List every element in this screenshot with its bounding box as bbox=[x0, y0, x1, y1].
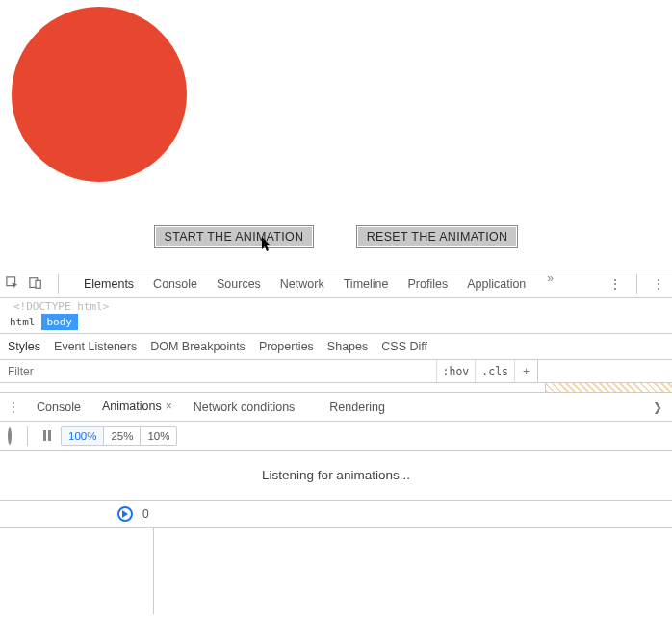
subtab-shapes[interactable]: Shapes bbox=[327, 340, 368, 353]
speed-10[interactable]: 10% bbox=[141, 427, 176, 445]
devtools-toolbar: Elements Console Sources Network Timelin… bbox=[0, 270, 672, 298]
more-tabs-icon[interactable]: » bbox=[547, 271, 554, 296]
timeline-canvas[interactable] bbox=[154, 528, 672, 614]
timeline-sidebar bbox=[0, 528, 154, 614]
drawer-tab-network-conditions[interactable]: Network conditions bbox=[190, 395, 299, 420]
drawer-tab-label: Animations bbox=[102, 399, 162, 413]
separator bbox=[636, 274, 637, 294]
styles-filter-row: :hov .cls + bbox=[0, 360, 672, 383]
button-row: START THE ANIMATION RESET THE ANIMATION bbox=[0, 225, 672, 248]
drawer-tabs: ⋮ Console Animations × Network condition… bbox=[0, 393, 672, 422]
drawer-menu-icon[interactable]: ⋮ bbox=[8, 400, 19, 414]
tab-application[interactable]: Application bbox=[463, 271, 530, 296]
styles-filter-input[interactable] bbox=[0, 365, 436, 378]
styles-subtabs: Styles Event Listeners DOM Breakpoints P… bbox=[0, 334, 672, 360]
play-icon[interactable] bbox=[117, 506, 133, 522]
animations-timeline-header: 0 bbox=[0, 501, 672, 528]
drawer-expand-icon[interactable]: ❯ bbox=[653, 400, 662, 414]
timeline-origin-label: 0 bbox=[142, 507, 149, 521]
box-model-margin-hatch bbox=[545, 383, 672, 392]
animations-status-text: Listening for animations... bbox=[0, 451, 672, 501]
drawer-tab-console[interactable]: Console bbox=[33, 395, 85, 420]
doctype-text: <!DOCTYPE html> bbox=[0, 298, 672, 313]
devtools-tabs: Elements Console Sources Network Timelin… bbox=[80, 271, 554, 296]
kebab-menu-icon[interactable]: ⋮ bbox=[609, 277, 621, 291]
tab-timeline[interactable]: Timeline bbox=[340, 271, 393, 296]
subtab-event-listeners[interactable]: Event Listeners bbox=[54, 340, 137, 353]
device-toolbar-icon[interactable] bbox=[29, 276, 42, 293]
subtab-css-diff[interactable]: CSS Diff bbox=[381, 340, 427, 353]
separator bbox=[27, 426, 28, 446]
animated-circle bbox=[12, 7, 187, 182]
tab-profiles[interactable]: Profiles bbox=[403, 271, 452, 296]
reset-animation-button[interactable]: RESET THE ANIMATION bbox=[356, 225, 519, 248]
page-viewport: START THE ANIMATION RESET THE ANIMATION bbox=[0, 0, 672, 270]
pause-icon[interactable] bbox=[43, 430, 51, 441]
dom-breadcrumb: html body bbox=[0, 313, 672, 334]
crumb-body[interactable]: body bbox=[41, 314, 79, 330]
tab-sources[interactable]: Sources bbox=[213, 271, 265, 296]
toggle-hov[interactable]: :hov bbox=[436, 360, 476, 382]
toggle-cls[interactable]: .cls bbox=[475, 360, 514, 382]
start-animation-button[interactable]: START THE ANIMATION bbox=[154, 225, 315, 248]
kebab-menu-icon[interactable]: ⋮ bbox=[653, 277, 664, 291]
svg-rect-2 bbox=[36, 280, 40, 288]
subtab-styles[interactable]: Styles bbox=[8, 340, 40, 353]
tab-network[interactable]: Network bbox=[276, 271, 328, 296]
speed-25[interactable]: 25% bbox=[104, 427, 141, 445]
close-tab-icon[interactable]: × bbox=[166, 399, 172, 413]
tab-console[interactable]: Console bbox=[149, 271, 201, 296]
drawer-tab-animations[interactable]: Animations × bbox=[98, 394, 176, 421]
animations-timeline-body bbox=[0, 528, 672, 614]
clear-icon[interactable] bbox=[8, 429, 12, 443]
toolbar-right: ⋮ ⋮ bbox=[609, 274, 664, 294]
inspect-element-icon[interactable] bbox=[6, 276, 19, 293]
separator bbox=[58, 274, 59, 294]
box-model-gutter bbox=[537, 360, 672, 382]
subtab-properties[interactable]: Properties bbox=[259, 340, 314, 353]
tab-elements[interactable]: Elements bbox=[80, 271, 138, 296]
drawer-tab-rendering[interactable]: Rendering bbox=[325, 395, 389, 420]
crumb-html[interactable]: html bbox=[4, 314, 41, 330]
animations-toolbar: 100% 25% 10% bbox=[0, 422, 672, 451]
speed-100[interactable]: 100% bbox=[62, 427, 104, 445]
styles-content-strip bbox=[0, 383, 672, 393]
playback-speed-group: 100% 25% 10% bbox=[61, 426, 177, 446]
new-style-rule-icon[interactable]: + bbox=[514, 360, 537, 382]
subtab-dom-breakpoints[interactable]: DOM Breakpoints bbox=[150, 340, 246, 353]
